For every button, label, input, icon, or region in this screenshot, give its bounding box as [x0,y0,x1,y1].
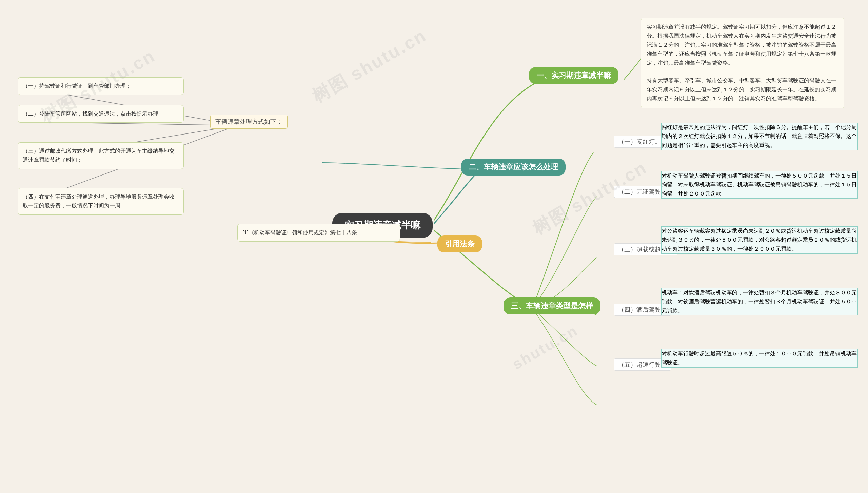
branch3-node: 引用法条 [437,235,482,252]
branch2-item1: （一）持驾驶证和行驶证，到车管部门办理； [18,77,184,95]
watermark4: shutu.cn [509,322,581,373]
branch1-node: 一、实习期违章减半嘛 [529,67,618,84]
branch1-text-content: 实习期违章并没有减半的规定。驾驶证实习期可以扣分，但应注意不能超过１２分。根据我… [647,24,836,66]
branch3-item: [1]《机动车驾驶证申领和使用规定》第七十八条 [237,224,400,242]
branch2-item3: （三）通过邮政代缴方式办理，此方式的开通为车主缴纳异地交通违章罚款节约了时间； [18,142,184,169]
branch4-sub5-text: 对机动车行驶时超过最高限速５０％的，一律处１０００元罚款，并处吊销机动车驾驶证。 [661,349,858,368]
branch1-text: 实习期违章并没有减半的规定。驾驶证实习期可以扣分，但应注意不能超过１２分。根据我… [641,18,844,108]
branch4-sub3-text: 对公路客运车辆载客超过额定乘员尚未达到２０％或货运机动车超过核定载质量尚未达到３… [661,226,858,254]
branch1-text-content2: 持有大型客车、牵引车、城市公交车、中型客车、大型货车驾驶证的驾驶人在一年实习期内… [647,78,836,101]
branch4-node: 三、车辆违章类型是怎样 [504,297,600,314]
branch4-sub4-text: 机动车：对饮酒后驾驶机动车的，一律处暂扣３个月机动车驾驶证，并处３００元罚款。对… [661,288,858,315]
branch4-sub1-text: 闯红灯是最常见的违法行为，闯红灯一次性扣除６分。提醒车主们，若一个记分周期内的２… [661,123,858,150]
watermark2: 树图 shutu.cn [308,24,431,108]
branch2-item2: （二）登陆车管所网站，找到交通违法，点击按提示办理； [18,105,184,123]
branch2-sub-label: 车辆违章处理方式如下： [210,115,288,129]
branch4-sub2-text: 对机动车驾驶人驾驶证被暂扣期间继续驾车的，一律处５００元罚款，并处１５日拘留。对… [661,171,858,199]
branch4-sub1-label: （一）闯红灯。 [614,136,665,148]
branch2-node: 二、车辆违章应该怎么处理 [461,159,566,176]
mindmap-container: 实习期违章减半嘛 一、实习期违章减半嘛 实习期违章并没有减半的规定。驾驶证实习期… [0,0,868,493]
branch2-item4: （四）在支付宝违章处理通道办理，办理异地服务违章处理会收取一定的服务费，一般情况… [18,188,184,215]
